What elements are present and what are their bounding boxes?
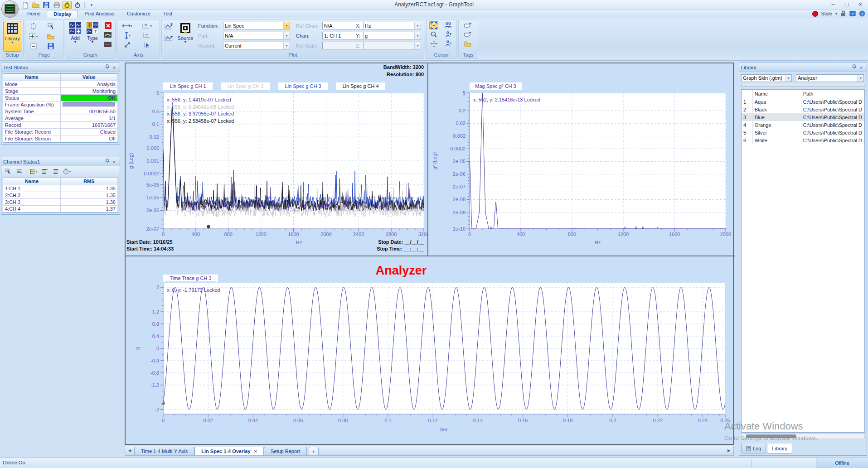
page-select-button[interactable] (46, 22, 55, 30)
channel-list-button[interactable] (15, 167, 24, 175)
page-open-button[interactable] (46, 32, 55, 40)
z-combo[interactable]: ▾ (363, 42, 421, 49)
legend-item[interactable]: Lin Spec g CH 1 (170, 83, 206, 89)
test-status-close-icon[interactable]: × (111, 65, 118, 70)
page-remove-button[interactable] (29, 42, 38, 50)
page-save-button[interactable] (46, 42, 55, 50)
limit-band-upper-button[interactable] (103, 31, 112, 39)
tag-add-button[interactable] (463, 21, 472, 29)
ribbon-tab-customize[interactable]: Customize (121, 10, 157, 18)
library-row[interactable]: 5SilverC:\Users\Public\Spectral D (742, 129, 864, 136)
doc-tab-lin-spec-1-4-overlay[interactable]: Lin Spec 1-4 Overlay× (194, 447, 264, 455)
qat-customize-dropdown[interactable]: ▾ (87, 1, 96, 9)
function-combo[interactable]: Lin Spec▾ (223, 22, 290, 29)
library-category-combo[interactable]: Analyzer▾ (796, 74, 864, 82)
open-button[interactable] (31, 1, 40, 9)
help-icon[interactable]: ? (859, 10, 865, 17)
source-button[interactable]: Source ▾ (176, 21, 194, 52)
add-graph-button[interactable]: Add ▾ (67, 21, 83, 52)
cursor-crosshair-button[interactable] (429, 21, 438, 29)
channel-status-close-icon[interactable]: × (111, 159, 118, 164)
minimize-button[interactable]: – (826, 0, 840, 9)
library-close-icon[interactable]: × (858, 65, 865, 70)
application-menu-button[interactable] (1, 0, 19, 18)
ribbon-tab-display[interactable]: Display (47, 10, 78, 18)
library-row[interactable]: 4OrangeC:\Users\Public\Spectral D (742, 121, 864, 129)
graph-skin-combo[interactable]: Graph Skin (.gtm)▾ (741, 74, 792, 82)
delete-graph-button[interactable] (103, 21, 112, 29)
legend-item[interactable]: Time Trace g CH 3 (170, 275, 212, 281)
library-horizontal-scrollbar[interactable] (741, 434, 865, 439)
legend-item[interactable]: Lin Spec g CH 4 (342, 83, 378, 89)
library-row[interactable]: 2BlackC:\Users\Public\Spectral D (742, 106, 864, 113)
manual-book-icon[interactable]: ? (849, 10, 856, 17)
tag-open-button[interactable] (463, 39, 472, 48)
x-combo[interactable]: Hz▾ (363, 22, 421, 29)
library-pin-icon[interactable] (850, 64, 858, 70)
ribbon-tab-test[interactable]: Test (157, 10, 179, 18)
library-tab-log[interactable]: Log (741, 444, 766, 454)
function-combo-arrow[interactable]: ▾ (283, 22, 290, 29)
tab-scroll-left-icon[interactable]: ◀ (125, 446, 134, 455)
maximize-button[interactable]: □ (840, 0, 853, 9)
online-power-button[interactable] (63, 1, 72, 9)
limit-band-lower-button[interactable] (103, 40, 112, 48)
lin-spec-overlay-chart[interactable]: 50.50.10.020.0050.0010.00025e-051e-052e-… (126, 63, 427, 256)
new-document-button[interactable] (21, 1, 30, 9)
tab-scroll-right-icon[interactable]: ▶ (724, 446, 733, 455)
time-trace-chart[interactable]: 21.20.80.40-0.4-0.8-1.2-200.020.040.060.… (126, 256, 735, 446)
library-tab-library[interactable]: Library (767, 444, 792, 454)
style-button[interactable]: Style (821, 11, 832, 16)
legend-item[interactable]: Mag Spec g² CH 3 (475, 83, 516, 89)
channel-timer-button[interactable]: ▾ (63, 167, 72, 175)
record-combo[interactable]: Current▾ (223, 42, 290, 49)
mag-spec-chart[interactable]: 50.20.020.0020.00022e-052e-062e-072e-082… (428, 63, 735, 256)
tag-remove-button[interactable] (463, 30, 472, 39)
y-combo[interactable]: g▾ (363, 32, 421, 39)
cursor-pan-button[interactable] (429, 39, 438, 48)
stop-record-icon[interactable] (812, 11, 818, 17)
page-move-button[interactable] (29, 22, 38, 30)
cursor-add-button[interactable] (444, 30, 453, 39)
add-document-tab-button[interactable]: + (309, 447, 319, 455)
cursor-link-button[interactable] (444, 21, 453, 29)
channel-status-pin-icon[interactable] (103, 159, 111, 164)
channel-tree-button[interactable]: ▾ (29, 167, 38, 175)
ribbon-tab-post-analysis[interactable]: Post Analysis (78, 10, 120, 18)
scrollbar-thumb[interactable] (746, 434, 796, 438)
doc-tab-close-icon[interactable]: × (254, 449, 257, 454)
save-button[interactable] (42, 1, 51, 9)
legend-item[interactable]: Lin Spec g CH 3 (285, 83, 321, 89)
x-zoom-out-button[interactable] (138, 31, 155, 39)
x-autoscale-button[interactable]: ▾ (120, 22, 135, 30)
test-status-pin-icon[interactable] (103, 64, 111, 70)
print-button[interactable] (52, 1, 61, 9)
x-tick-label: 0 (162, 418, 165, 423)
axis-track-button[interactable] (138, 41, 155, 49)
channel-limit-remove-button[interactable] (51, 167, 60, 175)
ribbon-tab-home[interactable]: Home (21, 10, 47, 18)
doc-tab-setup-report[interactable]: Setup Report (264, 447, 307, 455)
channel-limit-add-button[interactable] (40, 167, 49, 175)
library-row[interactable]: 6WhiteC:\Users\Public\Spectral D (742, 136, 864, 144)
plot-add-trace-button[interactable] (164, 22, 173, 30)
library-row[interactable]: 1AquaC:\Users\Public\Spectral D (742, 98, 864, 106)
channel-select-button[interactable] (3, 167, 12, 175)
library-button[interactable]: Library ▾ (3, 21, 21, 52)
y-autoscale-button[interactable]: ▾ (120, 31, 135, 39)
xy-autoscale-button[interactable] (120, 41, 135, 49)
library-row[interactable]: 3BlueC:\Users\Public\Spectral D (742, 113, 864, 121)
cursor-zoom-button[interactable] (429, 30, 438, 39)
close-button[interactable]: × (853, 0, 867, 9)
part-combo[interactable]: N/A▾ (223, 32, 290, 39)
graph-type-button[interactable]: T Type ▾ (84, 21, 101, 52)
page-add-button[interactable]: ▾ (29, 32, 38, 40)
lock-icon[interactable] (840, 10, 846, 17)
offline-power-button[interactable] (73, 1, 82, 9)
legend-item[interactable]: Lin Spec g CH 2 (227, 83, 263, 89)
doc-tab-time-1-4-multi-y-axis[interactable]: Time 1-4 Multi-Y Axis (134, 447, 194, 455)
cursor-remove-button[interactable] (444, 39, 453, 48)
x-zoom-in-button[interactable]: ▾ (138, 22, 155, 30)
plot-remove-trace-button[interactable] (164, 34, 173, 42)
style-dropdown-icon[interactable]: ▾ (835, 12, 837, 16)
